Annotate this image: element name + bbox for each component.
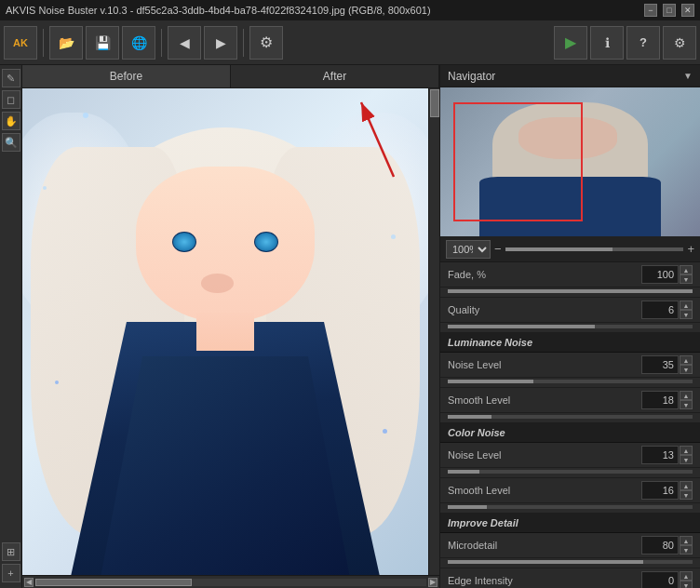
zoom-select[interactable]: 100% 50% 75% 150% 200% [446,240,491,259]
quality-slider[interactable] [448,325,693,328]
fade-slider[interactable] [448,289,693,293]
nav-face [518,117,617,159]
quality-slider-fill [448,325,595,328]
brush-tool[interactable]: ✎ [2,69,20,87]
zoom-slider-fill [505,247,612,251]
lum-noise-value[interactable] [641,355,679,374]
forward-button[interactable]: ▶ [204,26,237,60]
nav-image [440,87,700,236]
help-button[interactable]: ? [626,26,660,60]
image-display [22,88,428,575]
color-noise-header: Color Noise [440,423,700,443]
quality-row: Quality ▲ ▼ [440,298,700,323]
image-canvas[interactable] [22,88,428,575]
lum-noise-slider[interactable] [448,380,693,383]
quality-slider-row [440,323,700,333]
eraser-tool[interactable]: ◻ [2,90,20,109]
main-content: ✎ ◻ ✋ 🔍 ⊞ + Before After [0,65,700,588]
quality-value[interactable] [641,301,679,319]
microdetail-value[interactable] [641,536,679,555]
preferences-button[interactable]: ⚙ [663,26,696,60]
maximize-button[interactable]: □ [663,4,676,17]
save-button[interactable]: 💾 [86,26,119,60]
zoom-in-icon[interactable]: + [687,242,694,256]
sparkle-3 [391,234,396,239]
col-smooth-spinner: ▲ ▼ [680,481,693,500]
h-scroll-thumb[interactable] [35,579,192,586]
fade-value[interactable] [641,265,679,284]
logo-button[interactable]: AK [4,26,37,60]
lum-smooth-slider[interactable] [448,415,693,419]
lum-noise-down[interactable]: ▼ [680,365,693,374]
microdetail-spinner: ▲ ▼ [680,536,693,555]
grid-tool[interactable]: ⊞ [2,542,20,561]
lum-noise-slider-fill [448,380,533,383]
col-smooth-label: Smooth Level [448,485,641,496]
lum-noise-row: Noise Level ▲ ▼ [440,353,700,378]
microdetail-slider[interactable] [448,560,693,564]
v-scroll-thumb[interactable] [430,89,439,117]
tab-before[interactable]: Before [22,65,231,87]
h-scroll-track[interactable] [35,579,426,586]
col-noise-slider[interactable] [448,470,693,474]
navigator-arrow[interactable]: ▼ [683,71,693,81]
h-scroll-left[interactable]: ◀ [24,578,34,587]
sparkle-2 [43,186,47,190]
quality-down[interactable]: ▼ [680,310,693,319]
zoom-slider[interactable] [505,247,684,251]
hand-tool[interactable]: ✋ [2,112,20,130]
col-smooth-slider-row [440,503,700,514]
microdetail-down[interactable]: ▼ [680,545,693,555]
col-smooth-down[interactable]: ▼ [680,490,693,500]
lum-smooth-up[interactable]: ▲ [680,391,693,400]
lum-smooth-value[interactable] [641,391,679,409]
settings-gear-button[interactable]: ⚙ [249,26,283,60]
col-smooth-row: Smooth Level ▲ ▼ [440,478,700,503]
col-noise-up[interactable]: ▲ [680,446,693,455]
h-scroll-right[interactable]: ▶ [428,578,438,587]
lum-smooth-spinner: ▲ ▼ [680,391,693,409]
app-title: AKVIS Noise Buster v.10.3 - df55c2a3-3dd… [6,5,431,16]
horizontal-scrollbar[interactable]: ◀ ▶ [22,575,439,588]
vertical-scrollbar[interactable] [428,88,439,575]
edge-intensity-down[interactable]: ▼ [680,581,693,588]
fade-up[interactable]: ▲ [680,265,693,274]
neck [196,313,253,352]
fade-down[interactable]: ▼ [680,274,693,284]
col-smooth-value[interactable] [641,481,679,500]
col-noise-value[interactable] [641,446,679,464]
image-tabs: Before After [22,65,439,88]
quality-up[interactable]: ▲ [680,301,693,310]
improve-detail-header: Improve Detail [440,514,700,533]
navigator-header: Navigator ▼ [440,65,700,87]
minimize-button[interactable]: − [644,4,657,17]
nose [201,274,234,293]
web-button[interactable]: 🌐 [122,26,155,60]
zoom-tool[interactable]: 🔍 [2,133,20,152]
play-button[interactable]: ▶ [554,26,587,60]
sparkle-4 [55,381,59,384]
add-tool[interactable]: + [2,564,20,582]
back-button[interactable]: ◀ [168,26,201,60]
left-tools-bottom: ⊞ + [0,542,21,588]
edge-intensity-value[interactable] [641,571,679,588]
tab-after[interactable]: After [231,65,439,87]
fade-slider-fill [448,289,693,293]
left-toolbar: ✎ ◻ ✋ 🔍 ⊞ + [0,65,22,588]
microdetail-row: Microdetail ▲ ▼ [440,533,700,558]
col-smooth-slider[interactable] [448,505,693,509]
microdetail-label: Microdetail [448,540,641,551]
edge-intensity-row: Edge Intensity ▲ ▼ [440,568,700,588]
col-noise-down[interactable]: ▼ [680,455,693,464]
close-button[interactable]: ✕ [681,4,694,17]
lum-noise-up[interactable]: ▲ [680,355,693,365]
zoom-out-icon[interactable]: − [494,242,502,256]
edge-intensity-up[interactable]: ▲ [680,571,693,581]
info-button[interactable]: ℹ [590,26,624,60]
microdetail-slider-fill [448,560,643,564]
toolbar-separator-3 [243,29,244,57]
lum-smooth-down[interactable]: ▼ [680,400,693,409]
col-smooth-up[interactable]: ▲ [680,481,693,490]
microdetail-up[interactable]: ▲ [680,536,693,545]
open-button[interactable]: 📂 [49,26,83,60]
